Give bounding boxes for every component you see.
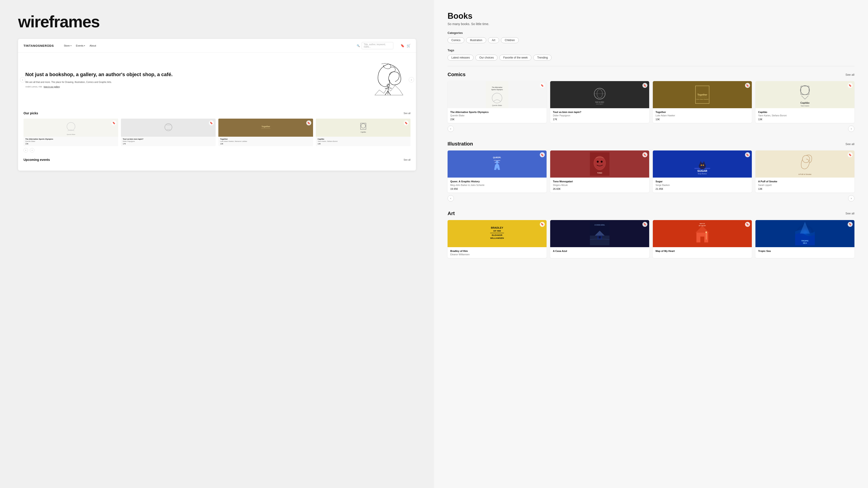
wf-search-input[interactable]: Title, author, keyword, ISBN...: [362, 42, 393, 49]
art-cover-img-2: A CASA AZUL: [550, 220, 649, 247]
comics-book-info-4: Capitão Yann Karien, Stefano Boroni 13€: [755, 108, 855, 123]
right-panel-books: Books So many books. So little time. Cat…: [434, 0, 868, 488]
wf-picks-prev-button[interactable]: ‹: [24, 148, 28, 153]
wf-picks-next-button[interactable]: ›: [30, 148, 34, 153]
ill-cover-art-2: TONO: [552, 152, 647, 176]
comics-book-info-2: Tout va bien mon lapin? Didier Paquignon…: [550, 108, 649, 123]
svg-text:QUEER.: QUEER.: [493, 156, 501, 159]
wf-book-author-4: Yann Karien, Stefano Boroni: [318, 140, 409, 142]
category-art[interactable]: Art: [488, 37, 499, 43]
wf-hero-prev-button[interactable]: ‹: [20, 77, 25, 83]
wf-nav-store[interactable]: Store ▾: [64, 44, 71, 47]
tag-our-choices[interactable]: Our choices: [475, 55, 498, 61]
category-comics[interactable]: Comics: [447, 37, 464, 43]
wf-bookmark-4[interactable]: 🔖: [404, 121, 409, 125]
wf-events-see-all[interactable]: See all: [403, 159, 410, 161]
comics-book-name-3: Together: [655, 110, 749, 113]
section-divider: [447, 66, 855, 66]
art-cover-img-1: BRADLEY OF HIM ELEANOR WILLIAMSEN: [447, 220, 547, 247]
art-book-name-4: Tropic Sea: [758, 250, 852, 253]
ill-cover-art-3: SUGAR Serge Baeken: [655, 152, 750, 176]
comics-prev-button[interactable]: ‹: [447, 126, 454, 132]
categories-label: Categories: [447, 31, 855, 35]
comics-bookmark-1[interactable]: 🔖: [540, 83, 545, 88]
svg-rect-10: [159, 119, 178, 137]
illustration-prev-button[interactable]: ‹: [447, 195, 454, 201]
tags-row: Latest releases Our choices Favorite of …: [447, 55, 855, 61]
cart-icon[interactable]: 🛒: [407, 44, 410, 47]
art-cover-img-4: TROPIC SEA: [755, 220, 855, 247]
art-bookmark-1[interactable]: 🔖: [540, 222, 545, 227]
ill-book-name-1: Queer. A Graphic History: [450, 180, 544, 183]
ill-cover-art-4: A Puff of Smoke: [755, 151, 855, 177]
art-book-name-1: Bradley of Him: [450, 250, 544, 253]
ill-cover-3: SUGAR Serge Baeken 🔖: [653, 151, 752, 177]
comics-cover-img-2: tout va bien mon lapin?: [550, 81, 649, 108]
wf-nav-events[interactable]: Events ▾: [76, 44, 85, 47]
wf-book-card-3: Together 🔖 Together Luke Adam Hawker, Ma…: [218, 119, 313, 146]
svg-text:TROPIC: TROPIC: [801, 239, 809, 242]
comics-next-button[interactable]: ›: [848, 126, 855, 132]
svg-text:Quentin Blake: Quentin Blake: [492, 105, 502, 106]
svg-text:A CASA AZUL: A CASA AZUL: [594, 224, 605, 225]
art-book-author-1: Eleanor Williamsen: [450, 253, 544, 256]
comics-book-author-1: Quentin Blake: [450, 114, 544, 117]
art-see-all[interactable]: See all: [845, 212, 855, 215]
art-book-info-2: A Casa Azul: [550, 247, 649, 255]
comics-bookmark-4[interactable]: 🔖: [848, 83, 852, 88]
art-book-1: BRADLEY OF HIM ELEANOR WILLIAMSEN 🔖 Brad…: [447, 220, 547, 258]
category-children[interactable]: Children: [501, 37, 519, 43]
svg-text:Together: Together: [698, 94, 707, 96]
wf-book-title-3: Together: [220, 138, 311, 140]
comics-carousel-controls: ‹ ›: [447, 126, 855, 132]
wf-book-cover-3: Together 🔖: [218, 119, 313, 137]
bookmark-icon[interactable]: 🔖: [401, 44, 404, 47]
svg-point-50: [600, 161, 602, 163]
illustration-grid: QUEER. A Graphic History 🔖 Queer. A Grap…: [447, 151, 855, 192]
art-bookmark-2[interactable]: 🔖: [643, 222, 647, 227]
wf-bookmark-3[interactable]: 🔖: [306, 121, 311, 125]
wf-hero-next-button[interactable]: ›: [409, 77, 414, 83]
svg-text:The Alternative: The Alternative: [492, 87, 502, 88]
wf-book-cover-img-1: Quentin Blake: [62, 119, 80, 137]
comics-section: Comics See all The Alternative Sports Ol…: [447, 72, 855, 132]
illustration-next-button[interactable]: ›: [848, 195, 855, 201]
comics-cover-1: The Alternative Sports Olympics Quentin …: [447, 81, 547, 108]
tag-latest-releases[interactable]: Latest releases: [447, 55, 473, 61]
svg-text:Quentin Blake: Quentin Blake: [67, 134, 75, 135]
wf-navbar: TINTANOSNERÜDS Store ▾ Events ▾ About 🔍 …: [18, 39, 416, 53]
art-cover-art-2: A CASA AZUL: [552, 222, 647, 246]
art-bookmark-3[interactable]: 🔖: [745, 222, 750, 227]
wf-nav-about[interactable]: About: [90, 44, 96, 47]
comics-bookmark-3[interactable]: 🔖: [745, 83, 750, 88]
svg-text:Capitão: Capitão: [800, 101, 810, 104]
wf-caption-link[interactable]: Now in our gallery: [43, 86, 60, 88]
comics-section-header: Comics See all: [447, 72, 855, 77]
art-book-2: A CASA AZUL 🔖 A Casa Azul: [550, 220, 649, 258]
wf-picks-carousel-nav: ‹ ›: [24, 148, 34, 153]
wf-book-card-2: 🔖 Tout va bien mon lapin? Didier Paquign…: [121, 119, 216, 146]
comics-book-1: The Alternative Sports Olympics Quentin …: [447, 81, 547, 123]
wf-our-picks-header: Our picks See all: [24, 111, 410, 115]
art-bookmark-4[interactable]: 🔖: [848, 222, 852, 227]
art-cover-art-3: MAP OF MY HEART: [655, 222, 750, 246]
tag-favorite-of-week[interactable]: Favorite of the week: [499, 55, 531, 61]
wf-book-cover-2: 🔖: [121, 119, 216, 137]
comics-bookmark-2[interactable]: 🔖: [643, 83, 647, 88]
svg-text:OF HIM: OF HIM: [493, 230, 501, 232]
comics-see-all[interactable]: See all: [845, 73, 855, 76]
wf-our-picks-see-all[interactable]: See all: [403, 112, 410, 115]
wf-bookmark-1[interactable]: 🔖: [112, 121, 116, 125]
ill-book-1: QUEER. A Graphic History 🔖 Queer. A Grap…: [447, 151, 547, 192]
art-book-info-1: Bradley of Him Eleanor Williamsen: [447, 247, 547, 258]
wf-book-author-1: Quentin Blake: [25, 140, 116, 142]
wf-book-price-3: 13€: [220, 143, 311, 145]
category-illustration[interactable]: Illustration: [466, 37, 486, 43]
illustration-see-all[interactable]: See all: [845, 142, 855, 146]
wf-book-author-3: Luke Adam Hawker, Marianne Laidlaw: [220, 140, 311, 142]
tag-trending[interactable]: Trending: [533, 55, 552, 61]
wf-bookmark-2[interactable]: 🔖: [209, 121, 214, 125]
wf-book-info-4: Capitão Yann Karien, Stefano Boroni 13€: [316, 137, 410, 146]
comics-book-price-4: 13€: [758, 118, 852, 121]
comics-grid: The Alternative Sports Olympics Quentin …: [447, 81, 855, 123]
